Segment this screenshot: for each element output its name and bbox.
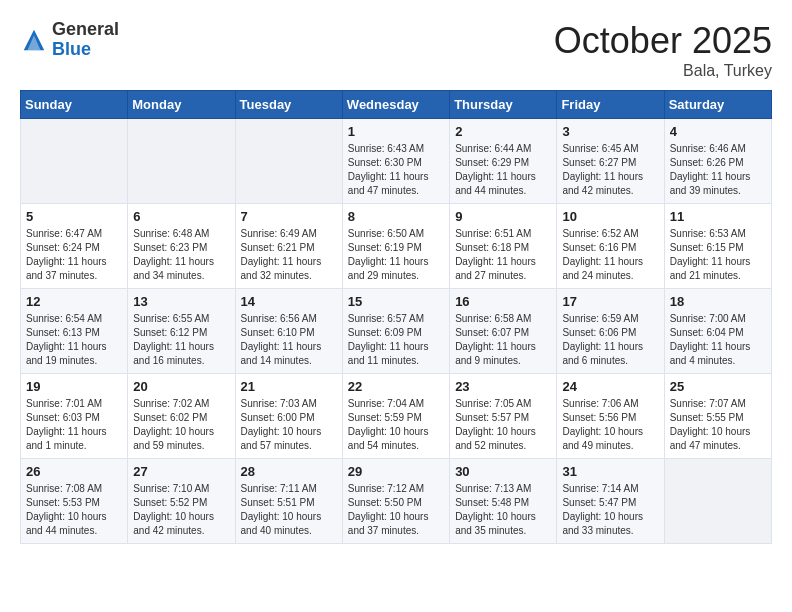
cell-info: Sunset: 5:52 PM <box>133 496 229 510</box>
cell-info: Daylight: 11 hours and 11 minutes. <box>348 340 444 368</box>
cell-info: Daylight: 10 hours and 40 minutes. <box>241 510 337 538</box>
logo-blue-text: Blue <box>52 39 91 59</box>
day-number: 17 <box>562 294 658 309</box>
logo: General Blue <box>20 20 119 60</box>
cell-info: Daylight: 11 hours and 44 minutes. <box>455 170 551 198</box>
cell-info: Sunrise: 6:51 AM <box>455 227 551 241</box>
cell-info: Sunset: 6:21 PM <box>241 241 337 255</box>
calendar-body: 1Sunrise: 6:43 AMSunset: 6:30 PMDaylight… <box>21 119 772 544</box>
cell-info: Sunset: 5:51 PM <box>241 496 337 510</box>
cell-info: Daylight: 11 hours and 34 minutes. <box>133 255 229 283</box>
day-number: 9 <box>455 209 551 224</box>
cell-info: Sunrise: 7:06 AM <box>562 397 658 411</box>
cell-info: Sunset: 6:13 PM <box>26 326 122 340</box>
cell-info: Sunrise: 7:11 AM <box>241 482 337 496</box>
cell-info: Sunrise: 6:44 AM <box>455 142 551 156</box>
cell-info: Sunrise: 6:52 AM <box>562 227 658 241</box>
cell-info: Sunrise: 7:12 AM <box>348 482 444 496</box>
cell-info: Daylight: 11 hours and 27 minutes. <box>455 255 551 283</box>
month-title: October 2025 <box>554 20 772 62</box>
cell-info: Sunset: 6:16 PM <box>562 241 658 255</box>
calendar-cell: 6Sunrise: 6:48 AMSunset: 6:23 PMDaylight… <box>128 204 235 289</box>
calendar-cell: 9Sunrise: 6:51 AMSunset: 6:18 PMDaylight… <box>450 204 557 289</box>
calendar-week-0: 1Sunrise: 6:43 AMSunset: 6:30 PMDaylight… <box>21 119 772 204</box>
day-number: 8 <box>348 209 444 224</box>
calendar-cell: 19Sunrise: 7:01 AMSunset: 6:03 PMDayligh… <box>21 374 128 459</box>
cell-info: Sunrise: 7:13 AM <box>455 482 551 496</box>
day-number: 11 <box>670 209 766 224</box>
calendar-cell: 28Sunrise: 7:11 AMSunset: 5:51 PMDayligh… <box>235 459 342 544</box>
calendar-cell: 17Sunrise: 6:59 AMSunset: 6:06 PMDayligh… <box>557 289 664 374</box>
header-tuesday: Tuesday <box>235 91 342 119</box>
calendar-cell: 20Sunrise: 7:02 AMSunset: 6:02 PMDayligh… <box>128 374 235 459</box>
day-number: 24 <box>562 379 658 394</box>
calendar-cell: 13Sunrise: 6:55 AMSunset: 6:12 PMDayligh… <box>128 289 235 374</box>
cell-info: Sunset: 6:24 PM <box>26 241 122 255</box>
day-number: 20 <box>133 379 229 394</box>
day-number: 23 <box>455 379 551 394</box>
cell-info: Sunset: 6:29 PM <box>455 156 551 170</box>
day-number: 15 <box>348 294 444 309</box>
cell-info: Sunrise: 7:03 AM <box>241 397 337 411</box>
cell-info: Sunset: 6:19 PM <box>348 241 444 255</box>
cell-info: Sunrise: 7:01 AM <box>26 397 122 411</box>
cell-info: Sunset: 6:03 PM <box>26 411 122 425</box>
cell-info: Sunset: 5:59 PM <box>348 411 444 425</box>
cell-info: Sunrise: 6:46 AM <box>670 142 766 156</box>
cell-info: Sunrise: 6:50 AM <box>348 227 444 241</box>
calendar-cell: 1Sunrise: 6:43 AMSunset: 6:30 PMDaylight… <box>342 119 449 204</box>
cell-info: Sunrise: 6:58 AM <box>455 312 551 326</box>
calendar-week-1: 5Sunrise: 6:47 AMSunset: 6:24 PMDaylight… <box>21 204 772 289</box>
calendar-cell: 14Sunrise: 6:56 AMSunset: 6:10 PMDayligh… <box>235 289 342 374</box>
cell-info: Sunrise: 7:10 AM <box>133 482 229 496</box>
calendar-cell <box>128 119 235 204</box>
cell-info: Sunrise: 6:55 AM <box>133 312 229 326</box>
calendar-cell: 2Sunrise: 6:44 AMSunset: 6:29 PMDaylight… <box>450 119 557 204</box>
cell-info: Sunset: 6:10 PM <box>241 326 337 340</box>
day-number: 29 <box>348 464 444 479</box>
calendar-cell: 30Sunrise: 7:13 AMSunset: 5:48 PMDayligh… <box>450 459 557 544</box>
calendar-cell: 21Sunrise: 7:03 AMSunset: 6:00 PMDayligh… <box>235 374 342 459</box>
cell-info: Daylight: 10 hours and 54 minutes. <box>348 425 444 453</box>
cell-info: Daylight: 10 hours and 35 minutes. <box>455 510 551 538</box>
cell-info: Sunrise: 7:08 AM <box>26 482 122 496</box>
cell-info: Sunset: 6:18 PM <box>455 241 551 255</box>
cell-info: Daylight: 10 hours and 37 minutes. <box>348 510 444 538</box>
title-block: October 2025 Bala, Turkey <box>554 20 772 80</box>
day-number: 30 <box>455 464 551 479</box>
cell-info: Sunset: 6:15 PM <box>670 241 766 255</box>
page-header: General Blue October 2025 Bala, Turkey <box>20 20 772 80</box>
day-number: 12 <box>26 294 122 309</box>
location: Bala, Turkey <box>554 62 772 80</box>
cell-info: Sunset: 6:09 PM <box>348 326 444 340</box>
calendar-cell: 7Sunrise: 6:49 AMSunset: 6:21 PMDaylight… <box>235 204 342 289</box>
header-wednesday: Wednesday <box>342 91 449 119</box>
calendar-cell: 24Sunrise: 7:06 AMSunset: 5:56 PMDayligh… <box>557 374 664 459</box>
calendar-week-2: 12Sunrise: 6:54 AMSunset: 6:13 PMDayligh… <box>21 289 772 374</box>
day-number: 14 <box>241 294 337 309</box>
cell-info: Daylight: 11 hours and 24 minutes. <box>562 255 658 283</box>
cell-info: Sunset: 5:55 PM <box>670 411 766 425</box>
calendar-cell: 5Sunrise: 6:47 AMSunset: 6:24 PMDaylight… <box>21 204 128 289</box>
day-number: 21 <box>241 379 337 394</box>
calendar-cell: 27Sunrise: 7:10 AMSunset: 5:52 PMDayligh… <box>128 459 235 544</box>
cell-info: Daylight: 10 hours and 42 minutes. <box>133 510 229 538</box>
cell-info: Daylight: 10 hours and 57 minutes. <box>241 425 337 453</box>
calendar-cell: 29Sunrise: 7:12 AMSunset: 5:50 PMDayligh… <box>342 459 449 544</box>
day-number: 1 <box>348 124 444 139</box>
cell-info: Sunset: 5:48 PM <box>455 496 551 510</box>
calendar-cell: 25Sunrise: 7:07 AMSunset: 5:55 PMDayligh… <box>664 374 771 459</box>
cell-info: Sunrise: 7:00 AM <box>670 312 766 326</box>
cell-info: Sunset: 6:30 PM <box>348 156 444 170</box>
cell-info: Sunrise: 6:45 AM <box>562 142 658 156</box>
cell-info: Sunset: 6:04 PM <box>670 326 766 340</box>
cell-info: Daylight: 10 hours and 44 minutes. <box>26 510 122 538</box>
cell-info: Sunset: 6:12 PM <box>133 326 229 340</box>
cell-info: Daylight: 11 hours and 1 minute. <box>26 425 122 453</box>
calendar-cell: 10Sunrise: 6:52 AMSunset: 6:16 PMDayligh… <box>557 204 664 289</box>
cell-info: Sunset: 5:47 PM <box>562 496 658 510</box>
day-number: 27 <box>133 464 229 479</box>
day-number: 3 <box>562 124 658 139</box>
cell-info: Sunset: 6:07 PM <box>455 326 551 340</box>
cell-info: Daylight: 11 hours and 21 minutes. <box>670 255 766 283</box>
